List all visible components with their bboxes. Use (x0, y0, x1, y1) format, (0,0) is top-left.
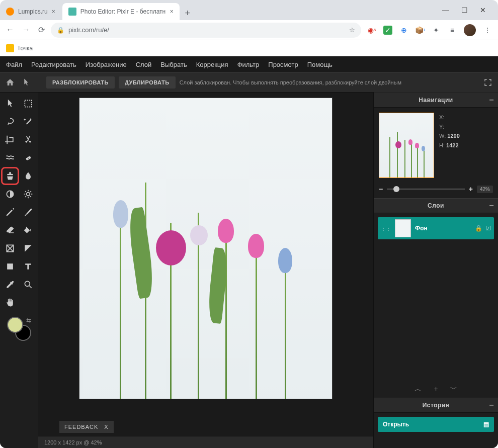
tool-eraser[interactable] (2, 222, 18, 238)
panel-title: История (423, 402, 450, 409)
tab-title: Photo Editor: Pixlr E - бесплатны (80, 8, 166, 15)
close-icon[interactable]: × (52, 8, 55, 15)
tool-blur[interactable] (20, 168, 36, 184)
favicon-icon (68, 8, 76, 16)
unlock-button[interactable]: РАЗБЛОКИРОВАТЬ (46, 76, 115, 88)
tool-crop[interactable] (2, 132, 18, 148)
tool-heal[interactable] (20, 150, 36, 166)
lock-message: Слой заблокирован. Чтобы выполнять преоб… (180, 79, 402, 85)
duplicate-button[interactable]: ДУБЛИРОВАТЬ (119, 76, 176, 88)
nav-thumbnail[interactable] (379, 113, 434, 178)
visibility-icon[interactable]: ☑ (485, 225, 491, 232)
tool-fill[interactable] (20, 222, 36, 238)
feedback-button[interactable]: FEEDBACK X (59, 421, 114, 433)
panel-title: Навигации (419, 97, 453, 104)
fg-color-swatch[interactable] (7, 317, 23, 333)
menu-filter[interactable]: Фильтр (237, 61, 260, 68)
home-icon[interactable] (4, 76, 16, 88)
menu-image[interactable]: Изображение (86, 61, 127, 68)
tool-zoom[interactable] (20, 277, 36, 293)
bookmark-item[interactable]: Точка (6, 44, 33, 52)
extension-icon[interactable]: ≡ (448, 26, 457, 35)
layer-name: Фон (415, 225, 471, 232)
layer-up-button[interactable]: ︿ (414, 385, 422, 394)
svg-point-6 (25, 281, 30, 286)
reload-button[interactable]: ⟳ (38, 25, 45, 35)
tool-replace-color[interactable] (20, 240, 36, 256)
svg-point-2 (28, 158, 29, 159)
canvas[interactable] (79, 98, 333, 399)
panel-title: Слои (428, 202, 444, 209)
forward-button[interactable]: → (22, 25, 30, 35)
nav-w-label: W: (439, 133, 446, 139)
tool-move[interactable] (2, 96, 18, 112)
tool-sponge[interactable] (20, 186, 36, 202)
tool-cut[interactable] (20, 132, 36, 148)
collapse-icon[interactable]: − (489, 401, 494, 410)
collapse-icon[interactable]: − (489, 96, 494, 105)
extension-icon[interactable]: ◉5 (367, 26, 376, 35)
extensions-icon[interactable]: ✦ (432, 26, 441, 35)
svg-point-1 (27, 157, 28, 158)
menu-select[interactable]: Выбрать (160, 61, 187, 68)
color-swatches[interactable]: ⇆ (7, 317, 31, 341)
lock-icon[interactable]: 🔒 (475, 225, 482, 232)
extension-icon[interactable]: ⊕ (399, 26, 408, 35)
pointer-icon[interactable] (20, 76, 32, 88)
history-item[interactable]: Открыть ▤ (378, 417, 494, 432)
back-button[interactable]: ← (6, 25, 14, 35)
folder-icon (6, 44, 14, 52)
menu-layer[interactable]: Слой (136, 61, 152, 68)
tool-wand[interactable] (20, 114, 36, 130)
extension-icon[interactable]: ✓ (383, 26, 392, 35)
collapse-icon[interactable]: − (489, 201, 494, 210)
tool-hand[interactable] (2, 295, 18, 311)
tool-clone-stamp[interactable] (2, 168, 18, 184)
close-icon[interactable]: X (104, 424, 108, 430)
close-icon[interactable]: × (170, 8, 174, 15)
menu-view[interactable]: Просмотр (268, 61, 298, 68)
tool-pen[interactable] (2, 204, 18, 220)
layer-add-button[interactable]: + (434, 385, 438, 394)
new-tab-button[interactable]: + (181, 6, 195, 20)
menu-adjustment[interactable]: Коррекция (196, 61, 228, 68)
address-bar[interactable]: 🔒 pixlr.com/ru/e/ ☆ (51, 23, 361, 38)
browser-tab[interactable]: Lumpics.ru × (0, 3, 61, 20)
bookmark-label: Точка (17, 45, 33, 52)
drag-handle-icon[interactable]: ⋮⋮ (381, 226, 391, 231)
menu-file[interactable]: Файл (6, 61, 22, 68)
menu-edit[interactable]: Редактировать (31, 61, 76, 68)
tool-shape[interactable] (2, 258, 18, 275)
layer-thumbnail (395, 219, 411, 237)
tool-lasso[interactable] (2, 114, 18, 130)
close-icon[interactable]: ✕ (480, 6, 486, 14)
layer-down-button[interactable]: ﹀ (450, 385, 457, 394)
tool-text[interactable] (20, 258, 36, 275)
fullscreen-icon[interactable] (482, 76, 494, 88)
nav-y-label: Y: (439, 124, 444, 130)
tool-gradient[interactable] (2, 240, 18, 256)
minimize-icon[interactable]: — (442, 6, 449, 14)
svg-rect-5 (7, 263, 13, 270)
tool-dodge[interactable] (2, 186, 18, 202)
extension-icon[interactable]: 📦1 (416, 26, 425, 35)
layer-item[interactable]: ⋮⋮ Фон 🔒 ☑ (378, 217, 494, 239)
zoom-slider[interactable] (387, 189, 465, 190)
zoom-out-button[interactable]: − (379, 185, 383, 193)
tool-brush[interactable] (20, 204, 36, 220)
tool-marquee[interactable] (20, 96, 36, 112)
avatar[interactable] (464, 24, 476, 36)
nav-h-value: 1422 (446, 142, 458, 148)
panel-header-layers: Слои − (374, 198, 498, 213)
swap-colors-icon[interactable]: ⇆ (26, 317, 31, 324)
menu-icon[interactable]: ⋮ (483, 26, 492, 35)
browser-tab-active[interactable]: Photo Editor: Pixlr E - бесплатны × (62, 3, 180, 20)
zoom-value[interactable]: 42% (477, 186, 493, 193)
canvas-area: FEEDBACK X 1200 x 1422 px @ 42% (38, 93, 373, 448)
star-icon[interactable]: ☆ (349, 26, 355, 34)
tool-liquify[interactable] (2, 150, 18, 166)
maximize-icon[interactable]: ☐ (461, 6, 468, 14)
zoom-in-button[interactable]: + (469, 185, 473, 193)
tool-eyedropper[interactable] (2, 277, 18, 293)
menu-help[interactable]: Помощь (307, 61, 333, 68)
